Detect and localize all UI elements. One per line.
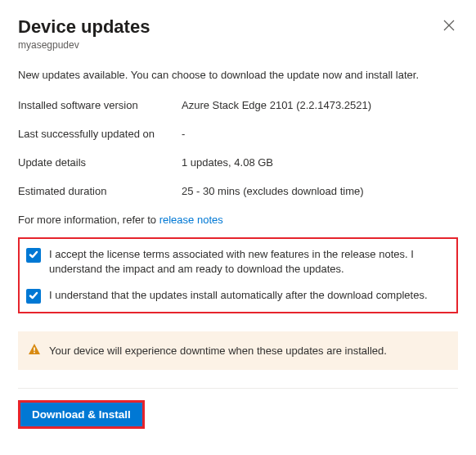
duration-label: Estimated duration	[18, 185, 182, 197]
auto-install-label: I understand that the updates install au…	[49, 288, 428, 303]
primary-button-highlight: Download & Install	[18, 400, 145, 429]
detail-row-update-details: Update details 1 updates, 4.08 GB	[18, 156, 458, 169]
last-updated-label: Last successfully updated on	[18, 128, 182, 140]
auto-install-checkbox[interactable]	[26, 289, 41, 304]
installed-version-label: Installed software version	[18, 99, 182, 111]
release-notes-link[interactable]: release notes	[159, 214, 223, 226]
close-button[interactable]	[440, 16, 458, 37]
consent-section: I accept the license terms associated wi…	[18, 237, 458, 313]
update-details-value: 1 updates, 4.08 GB	[182, 156, 273, 169]
accept-license-checkbox[interactable]	[26, 248, 41, 263]
download-install-button[interactable]: Download & Install	[20, 403, 142, 426]
warning-banner: Your device will experience downtime whe…	[18, 331, 458, 370]
divider	[18, 388, 458, 389]
info-line: For more information, refer to release n…	[18, 214, 458, 226]
checkmark-icon	[29, 291, 38, 303]
last-updated-value: -	[182, 128, 185, 140]
installed-version-value: Azure Stack Edge 2101 (2.2.1473.2521)	[182, 99, 371, 111]
page-title: Device updates	[18, 16, 150, 38]
checkmark-icon	[29, 250, 38, 262]
svg-rect-2	[34, 348, 35, 351]
warning-text: Your device will experience downtime whe…	[49, 345, 387, 357]
device-name: myasegpudev	[18, 39, 458, 51]
intro-text: New updates available. You can choose to…	[18, 69, 458, 81]
detail-row-duration: Estimated duration 25 - 30 mins (exclude…	[18, 185, 458, 197]
detail-row-last-updated: Last successfully updated on -	[18, 128, 458, 140]
duration-value: 25 - 30 mins (excludes download time)	[182, 185, 364, 197]
close-icon	[443, 21, 455, 34]
detail-row-installed: Installed software version Azure Stack E…	[18, 99, 458, 111]
accept-license-label: I accept the license terms associated wi…	[49, 247, 450, 277]
svg-rect-3	[34, 352, 35, 354]
warning-icon	[28, 343, 41, 358]
update-details-label: Update details	[18, 156, 182, 169]
info-prefix: For more information, refer to	[18, 214, 159, 226]
